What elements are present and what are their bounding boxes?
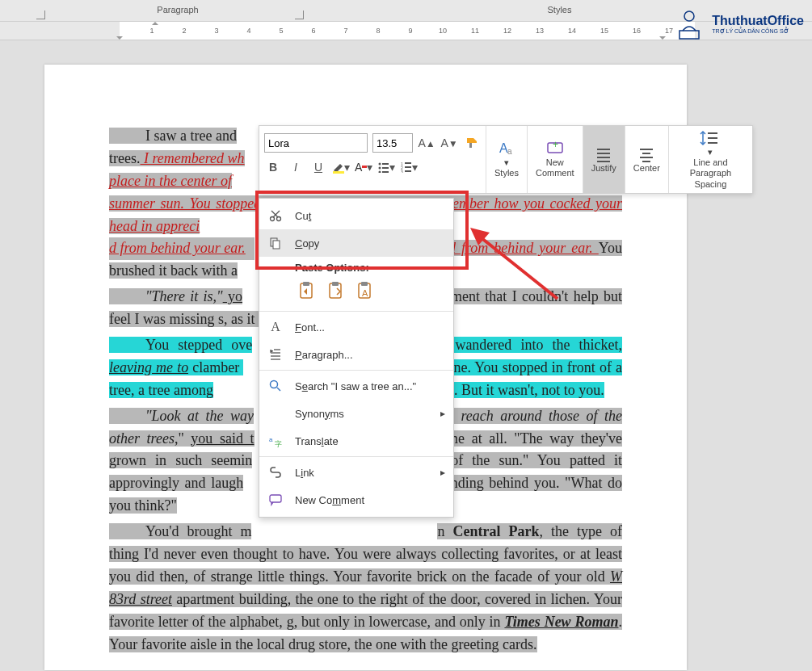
menu-item-synonyms[interactable]: Synonyms ▸ [259, 400, 453, 427]
highlighted-text: You stepped ove [109, 337, 252, 353]
menu-item-search[interactable]: Search "I saw a tree an..." [259, 372, 453, 400]
center-button[interactable]: Center [625, 126, 669, 193]
svg-text:14: 14 [568, 27, 576, 35]
increase-font-button[interactable]: A▲ [418, 134, 435, 152]
paste-text-only-button[interactable]: A [353, 280, 376, 303]
svg-point-33 [378, 171, 381, 174]
svg-rect-40 [405, 170, 411, 172]
search-icon [267, 378, 284, 394]
svg-rect-27 [469, 143, 472, 148]
svg-text:字: 字 [275, 440, 282, 447]
styles-button[interactable]: Aa▾ Styles [486, 126, 528, 193]
svg-text:13: 13 [536, 27, 544, 35]
font-size-input[interactable] [372, 133, 413, 153]
svg-text:3: 3 [214, 27, 218, 35]
svg-text:+: + [553, 140, 558, 150]
center-icon [637, 145, 655, 163]
paragraph: You'd brought mn Central Park, the type … [109, 521, 622, 656]
svg-text:a: a [507, 147, 512, 156]
highlight-button[interactable]: ▾ [332, 158, 350, 176]
mini-toolbar: A▲ A▼ B I U ▾ A▾ ▾ 123▾ Aa▾ Styles + New… [259, 125, 753, 194]
underline-button[interactable]: U [309, 158, 327, 176]
format-painter-button[interactable] [463, 134, 481, 152]
font-color-button[interactable]: A▾ [355, 158, 372, 176]
decrease-font-button[interactable]: A▼ [440, 134, 458, 152]
menu-label: Font... [295, 321, 325, 333]
ribbon-spacer [0, 0, 48, 21]
menu-item-paragraph[interactable]: Paragraph... [259, 341, 453, 368]
svg-marker-24 [659, 36, 666, 40]
selected-text: n [437, 523, 452, 539]
link-icon [267, 464, 284, 480]
chevron-right-icon: ▸ [440, 467, 445, 478]
font-family-input[interactable] [264, 133, 368, 153]
italic-button[interactable]: I [287, 158, 305, 176]
line-spacing-label: Line and Paragraph Spacing [677, 157, 744, 190]
svg-rect-38 [405, 166, 411, 168]
svg-text:16: 16 [633, 27, 641, 35]
svg-text:11: 11 [471, 27, 479, 35]
selected-text: Central Park [452, 523, 539, 539]
highlighted-text: wandered into the thicket, [446, 337, 622, 353]
paste-keep-formatting-button[interactable] [295, 280, 318, 303]
svg-rect-32 [382, 167, 389, 169]
scissors-icon [267, 208, 284, 224]
svg-line-75 [277, 388, 280, 391]
selected-text: d from behind your ear. [448, 240, 599, 256]
menu-label: Translate [295, 435, 339, 447]
menu-item-translate[interactable]: a字 Translate [259, 427, 453, 455]
font-icon: A [267, 319, 284, 335]
numbering-button[interactable]: 123▾ [400, 158, 418, 176]
svg-point-74 [271, 381, 278, 388]
selected-text: d from behind your ear. [109, 237, 255, 260]
svg-text:8: 8 [376, 27, 380, 35]
svg-rect-62 [273, 241, 280, 249]
selected-text: I remembered wh [140, 150, 244, 166]
svg-point-29 [378, 163, 381, 166]
logo-icon [671, 6, 707, 42]
mini-toolbar-actions: Aa▾ Styles + New Comment Justify Center … [486, 126, 752, 193]
dialog-launcher-icon[interactable] [36, 10, 45, 19]
svg-rect-20 [48, 22, 120, 40]
svg-rect-79 [270, 495, 281, 502]
menu-item-cut[interactable]: Cut [259, 202, 453, 229]
highlighted-text: clamber [188, 359, 243, 375]
ribbon-label-paragraph: Paragraph [157, 5, 198, 15]
menu-item-new-comment[interactable]: New Comment [259, 486, 453, 514]
menu-item-copy[interactable]: Copy [259, 229, 453, 257]
svg-text:1: 1 [149, 27, 154, 35]
dialog-launcher-icon[interactable] [295, 10, 304, 19]
line-spacing-button[interactable]: ▾ Line and Paragraph Spacing [669, 126, 752, 193]
selected-text: ," [175, 430, 191, 447]
styles-label: Styles [494, 168, 519, 178]
svg-text:4: 4 [246, 27, 250, 35]
styles-icon: Aa [498, 140, 515, 157]
menu-separator [259, 370, 453, 371]
copy-icon [267, 235, 284, 251]
paste-merge-formatting-button[interactable] [324, 280, 347, 303]
highlighted-text: leaving me to [109, 359, 188, 375]
selected-text: I saw a tree and [109, 128, 237, 144]
comment-icon [267, 492, 284, 508]
svg-text:9: 9 [408, 27, 412, 35]
svg-rect-34 [382, 171, 389, 173]
selected-text: place in the center of [109, 173, 232, 189]
svg-marker-23 [152, 22, 158, 25]
context-menu: Cut Copy Paste Options: A A Font... Para… [259, 198, 454, 518]
logo-subtitle: TRỢ LÝ CỦA DÂN CÔNG SỞ [712, 28, 804, 35]
watermark-logo: ThuthuatOffice TRỢ LÝ CỦA DÂN CÔNG SỞ [671, 6, 804, 42]
svg-point-31 [378, 167, 381, 170]
new-comment-label: New Comment [536, 157, 574, 178]
menu-separator [259, 456, 453, 457]
bold-button[interactable]: B [264, 158, 282, 176]
blank-icon [267, 405, 284, 421]
new-comment-button[interactable]: + New Comment [528, 126, 583, 193]
menu-item-link[interactable]: Link ▸ [259, 459, 453, 486]
svg-rect-64 [303, 282, 309, 286]
menu-item-font[interactable]: A Font... [259, 313, 453, 341]
justify-button[interactable]: Justify [583, 126, 625, 193]
selected-text: You'd brought m [109, 523, 251, 539]
bullets-button[interactable]: ▾ [377, 158, 395, 176]
justify-icon [595, 145, 612, 163]
chevron-right-icon: ▸ [440, 408, 445, 419]
